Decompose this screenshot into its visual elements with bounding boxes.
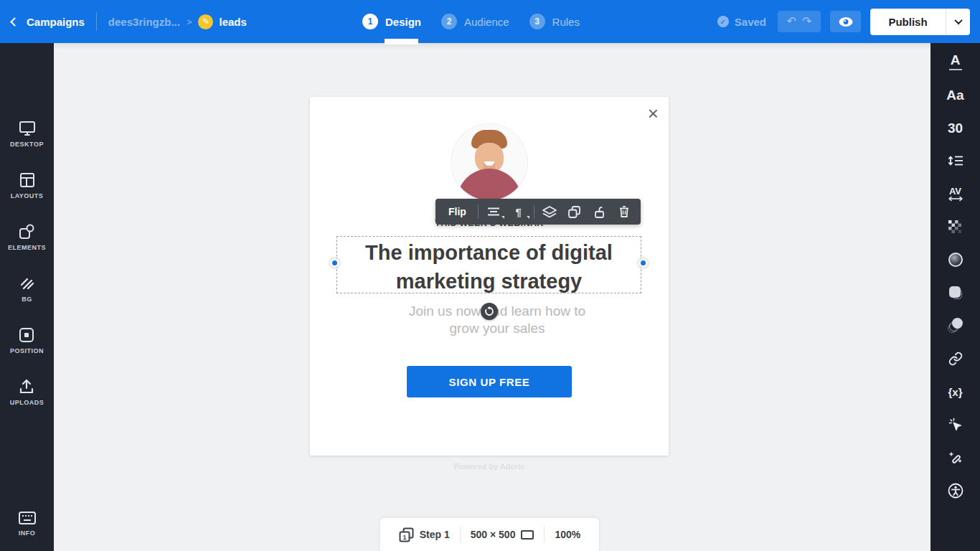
lock-button[interactable] — [587, 202, 612, 222]
accessibility-button[interactable] — [941, 478, 970, 504]
avatar[interactable] — [451, 124, 527, 200]
sidebar-item-layouts[interactable]: LAYOUTS — [11, 171, 44, 199]
zoom-level-value: 100% — [555, 529, 580, 540]
sidebar-item-label: DESKTOP — [10, 141, 44, 148]
font-size-value: 30 — [948, 121, 963, 135]
text-direction-button[interactable]: ¶ — [506, 202, 531, 222]
paragraph-icon: ¶ — [515, 206, 521, 218]
letter-spacing-button[interactable]: AV — [941, 181, 970, 207]
opacity-checkerboard-icon — [948, 220, 962, 234]
tab-rules[interactable]: 3 Rules — [529, 0, 580, 43]
edit-pencil-icon[interactable]: ✎ — [198, 14, 213, 29]
design-canvas[interactable]: × THIS WEEK'S WEBINAR Flip — [54, 43, 930, 551]
cursor-click-icon — [948, 418, 963, 432]
shadow-button[interactable] — [941, 313, 970, 339]
selected-text-element[interactable]: The importance of digital marketing stra… — [336, 236, 641, 293]
font-family-button[interactable]: Aa — [941, 82, 970, 108]
main-area: DESKTOP LAYOUTS ELEMENTS BG — [0, 43, 980, 551]
line-height-button[interactable] — [941, 148, 970, 174]
dropdown-caret-icon — [501, 216, 504, 219]
sidebar-item-label: POSITION — [10, 347, 44, 354]
sidebar-item-label: LAYOUTS — [11, 192, 44, 199]
rotate-handle[interactable] — [481, 303, 498, 320]
resize-handle-right[interactable] — [639, 258, 648, 268]
dynamic-text-button[interactable]: {x} — [941, 379, 970, 405]
back-to-campaigns-link[interactable]: Campaigns — [27, 16, 85, 28]
sidebar-item-position[interactable]: POSITION — [10, 326, 44, 354]
variant-name[interactable]: leads — [219, 16, 246, 28]
publish-dropdown-button[interactable] — [946, 9, 970, 35]
topbar-actions: ✓ Saved ↶ ↷ Publish — [717, 0, 970, 43]
step-label: Audience — [464, 16, 509, 28]
dropdown-caret-icon — [527, 216, 529, 219]
step-selector[interactable]: 1 Step 1 — [399, 527, 450, 542]
back-chevron-icon[interactable] — [10, 17, 19, 27]
align-button[interactable] — [481, 202, 507, 222]
step-label: Step 1 — [420, 529, 450, 540]
redo-icon[interactable]: ↷ — [802, 16, 811, 27]
tab-design[interactable]: 1 Design — [362, 0, 421, 43]
corner-radius-icon — [949, 286, 962, 299]
link-button[interactable] — [941, 346, 970, 372]
preview-button[interactable] — [830, 11, 861, 32]
tab-audience[interactable]: 2 Audience — [441, 0, 509, 43]
sidebar-item-bg[interactable]: BG — [19, 275, 36, 303]
font-size-button[interactable]: 30 — [941, 115, 970, 141]
toolbar-divider — [534, 204, 534, 219]
breadcrumb: Campaigns dees3ringzb... > ✎ leads — [11, 12, 247, 31]
sidebar-item-uploads[interactable]: UPLOADS — [10, 378, 44, 406]
pencil-glyph: ✎ — [202, 17, 209, 27]
link-icon — [948, 352, 963, 366]
chevron-down-icon — [954, 17, 962, 24]
eye-icon — [838, 17, 854, 27]
subtitle-line-2: grow your sales — [318, 320, 677, 337]
glow-button[interactable] — [941, 247, 970, 273]
delete-button[interactable] — [611, 202, 636, 222]
elements-icon — [18, 223, 35, 240]
signup-cta-button[interactable]: SIGN UP FREE — [407, 366, 572, 397]
campaign-name[interactable]: dees3ringzb... — [108, 16, 180, 28]
opacity-button[interactable] — [941, 214, 970, 240]
popup-card[interactable]: × THIS WEEK'S WEBINAR Flip — [310, 97, 669, 456]
effects-button[interactable] — [941, 445, 970, 471]
color-underbar — [949, 69, 962, 70]
rotate-icon — [484, 306, 494, 316]
shadow-dot — [952, 318, 963, 329]
letter-spacing-icon: AV — [949, 187, 961, 196]
layers-button[interactable] — [537, 202, 562, 222]
save-status: ✓ Saved — [717, 16, 766, 28]
corner-radius-button[interactable] — [941, 280, 970, 306]
click-action-button[interactable] — [941, 412, 970, 438]
bottom-bar: 1 Step 1 500 × 500 100% — [380, 518, 599, 551]
topbar-divider — [96, 12, 97, 31]
headline-line-2: marketing strategy — [337, 267, 641, 296]
duplicate-icon — [568, 206, 580, 218]
undo-icon[interactable]: ↶ — [787, 16, 796, 27]
close-icon[interactable]: × — [648, 104, 659, 123]
font-color-button[interactable]: A — [941, 49, 970, 75]
popup-headline[interactable]: The importance of digital marketing stra… — [337, 238, 641, 296]
resize-handle-left[interactable] — [330, 258, 339, 268]
powered-by-credit[interactable]: Powered by Adoric — [310, 462, 669, 471]
sidebar-item-elements[interactable]: ELEMENTS — [8, 223, 46, 251]
flip-button[interactable]: Flip — [440, 202, 475, 222]
bottombar-divider — [460, 526, 461, 543]
background-icon — [19, 275, 36, 292]
sidebar-item-info[interactable]: INFO — [18, 510, 37, 537]
line-height-icon — [948, 154, 963, 167]
check-glyph: ✓ — [720, 18, 726, 26]
sidebar-item-desktop[interactable]: DESKTOP — [10, 120, 44, 148]
step-label: Design — [385, 16, 421, 28]
element-toolbar: Flip ¶ — [435, 199, 641, 225]
canvas-size-value: 500 × 500 — [471, 529, 516, 540]
step-number: 2 — [441, 14, 457, 29]
position-icon — [18, 326, 35, 344]
desktop-icon — [18, 120, 37, 137]
canvas-size-control[interactable]: 500 × 500 — [471, 529, 534, 540]
font-color-icon: A — [951, 53, 961, 67]
top-bar: Campaigns dees3ringzb... > ✎ leads 1 Des… — [0, 0, 980, 43]
duplicate-button[interactable] — [562, 202, 587, 222]
step-label: Rules — [552, 16, 580, 28]
zoom-control[interactable]: 100% — [555, 529, 580, 540]
publish-button[interactable]: Publish — [870, 9, 946, 35]
